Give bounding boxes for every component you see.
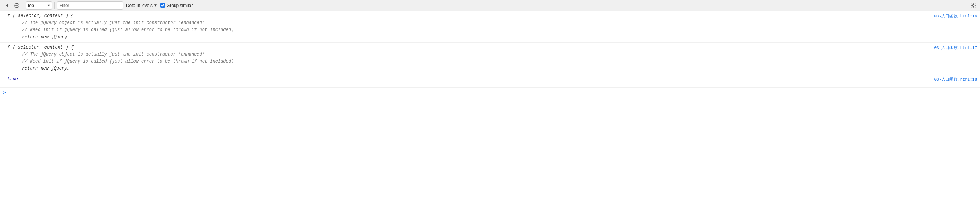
- toolbar-divider-2: [54, 2, 55, 9]
- entry-1-link[interactable]: 03-入口函数.html:16: [931, 11, 980, 20]
- filter-input[interactable]: [57, 2, 123, 10]
- prev-icon: [5, 3, 9, 8]
- context-select-input[interactable]: top: [28, 3, 46, 8]
- entry-3-link[interactable]: 03-入口函数.html:18: [931, 74, 980, 83]
- levels-label: Default levels: [126, 3, 153, 8]
- levels-arrow-icon: ▼: [154, 3, 158, 7]
- console-prompt-line: >: [0, 88, 980, 98]
- entry-1-line-4: return new jQuery…: [7, 34, 928, 41]
- svg-marker-0: [6, 4, 8, 7]
- table-row: f ( selector, context ) { // The jQuery …: [0, 43, 980, 74]
- entry-3-body: true: [0, 74, 931, 84]
- entry-2-line-1: f ( selector, context ) {: [7, 44, 928, 51]
- group-similar-text: Group similar: [167, 3, 192, 8]
- levels-button[interactable]: Default levels ▼: [125, 2, 159, 9]
- prompt-icon: >: [3, 90, 6, 96]
- svg-point-3: [973, 5, 975, 6]
- entry-1-line-1: f ( selector, context ) {: [7, 13, 928, 19]
- entry-2-line-3: // Need init if jQuery is called (just a…: [7, 58, 928, 65]
- entry-1-body: f ( selector, context ) { // The jQuery …: [0, 11, 931, 42]
- entry-1-line-3: // Need init if jQuery is called (just a…: [7, 27, 928, 34]
- toolbar-divider-1: [24, 2, 24, 9]
- context-select-arrow: ▼: [47, 4, 50, 7]
- console-prompt-input[interactable]: [8, 90, 977, 95]
- group-similar-checkbox[interactable]: [160, 3, 165, 8]
- table-row: f ( selector, context ) { // The jQuery …: [0, 11, 980, 43]
- block-button[interactable]: [13, 2, 21, 10]
- entry-2-body: f ( selector, context ) { // The jQuery …: [0, 43, 931, 74]
- context-selector[interactable]: top ▼: [26, 2, 52, 10]
- entry-1-line-2: // The jQuery object is actually just th…: [7, 19, 928, 27]
- entry-3-value: true: [7, 76, 928, 83]
- console-content: f ( selector, context ) { // The jQuery …: [0, 11, 980, 198]
- entry-2-link[interactable]: 03-入口函数.html:17: [931, 43, 980, 52]
- console-toolbar: top ▼ Default levels ▼ Group similar: [0, 0, 980, 11]
- table-row: true 03-入口函数.html:18: [0, 74, 980, 88]
- entry-2-line-2: // The jQuery object is actually just th…: [7, 51, 928, 58]
- block-icon: [14, 3, 19, 8]
- gear-icon: [971, 3, 976, 8]
- group-similar-label[interactable]: Group similar: [160, 3, 192, 8]
- prev-button[interactable]: [2, 2, 11, 10]
- entry-2-line-4: return new jQuery…: [7, 65, 928, 72]
- settings-button[interactable]: [969, 2, 978, 10]
